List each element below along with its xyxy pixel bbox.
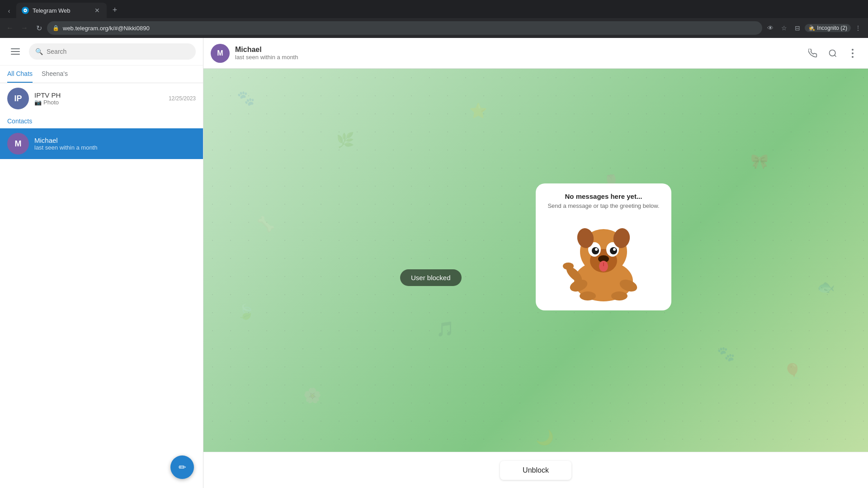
incognito-icon: 🕵 (808, 25, 815, 31)
tab-close-button[interactable]: ✕ (93, 6, 101, 14)
chat-preview-iptv-ph: 📷 Photo (34, 99, 163, 106)
hamburger-menu-button[interactable] (7, 43, 24, 60)
svg-point-18 (595, 248, 598, 251)
svg-point-5 (852, 52, 854, 54)
unblock-bar: Unblock (203, 452, 868, 488)
bookmark-icon[interactable]: ☆ (778, 22, 790, 34)
chat-item-iptv-ph[interactable]: IP IPTV PH 📷 Photo 12/25/2023 (0, 83, 203, 114)
chat-scene: User blocked No messages here yet... Sen… (203, 69, 868, 488)
chat-background: 🐾 🌿 ⭐ 🎀 🦴 🐟 🌸 🐾 🎵 🌙 ⚡ 🎈 🌷 🍃 (203, 69, 868, 488)
search-box[interactable]: 🔍 (29, 43, 196, 60)
chat-main: M Michael last seen within a month (203, 38, 868, 488)
forward-button[interactable]: → (18, 22, 31, 34)
svg-rect-2 (11, 54, 20, 55)
nav-right-buttons: 👁 ☆ ⊟ 🕵 Incognito (2) ⋮ (764, 22, 864, 34)
sidebar-header: 🔍 (0, 38, 203, 66)
active-tab[interactable]: Telegram Web ✕ (16, 3, 107, 18)
avatar-iptv-ph: IP (7, 88, 29, 109)
browser-menu-icon[interactable]: ⋮ (852, 22, 864, 34)
tab-sheenas[interactable]: Sheena's (42, 66, 68, 83)
no-messages-subtitle: Send a message or tap the greeting below… (545, 202, 662, 210)
user-blocked-badge: User blocked (400, 269, 462, 286)
no-messages-container: No messages here yet... Send a message o… (536, 183, 671, 310)
no-messages-title: No messages here yet... (545, 192, 662, 200)
contacts-section-label: Contacts (0, 114, 203, 128)
no-messages-text-area: No messages here yet... Send a message o… (545, 192, 662, 210)
unblock-button[interactable]: Unblock (500, 461, 571, 480)
tab-favicon (22, 7, 29, 14)
svg-rect-1 (11, 51, 20, 52)
search-input[interactable] (47, 48, 189, 55)
chat-header-name: Michael (235, 46, 799, 54)
tab-bar: ‹ Telegram Web ✕ + (0, 0, 868, 18)
pug-sticker (545, 216, 662, 301)
chat-header-actions (805, 45, 861, 61)
svg-rect-0 (11, 48, 20, 49)
browser-chrome: ‹ Telegram Web ✕ + ← → ↻ 🔒 web.telegram.… (0, 0, 868, 38)
svg-point-16 (592, 247, 599, 254)
tab-all-chats[interactable]: All Chats (7, 66, 33, 83)
tab-nav-left[interactable]: ‹ (4, 5, 14, 16)
address-bar[interactable]: 🔒 web.telegram.org/k/#@Nikki0890 (47, 21, 762, 35)
chat-header: M Michael last seen within a month (203, 38, 868, 69)
split-screen-icon[interactable]: ⊟ (791, 22, 804, 34)
chat-header-status: last seen within a month (235, 54, 799, 61)
app: 🔍 All Chats Sheena's IP IPTV PH 📷 Photo … (0, 38, 868, 488)
chat-header-info: Michael last seen within a month (235, 46, 799, 61)
svg-point-3 (830, 50, 835, 56)
tab-title: Telegram Web (33, 7, 90, 14)
chat-name-iptv-ph: IPTV PH (34, 91, 163, 99)
chat-item-michael[interactable]: M Michael last seen within a month (0, 128, 203, 159)
chat-info-michael: Michael last seen within a month (34, 136, 196, 151)
scene-wrapper: User blocked No messages here yet... Sen… (400, 183, 671, 373)
chat-list: IP IPTV PH 📷 Photo 12/25/2023 Contacts M… (0, 83, 203, 474)
chat-name-michael: Michael (34, 136, 196, 144)
pug-svg (563, 216, 644, 301)
hide-extension-icon[interactable]: 👁 (764, 22, 777, 34)
search-icon: 🔍 (35, 48, 43, 55)
incognito-badge[interactable]: 🕵 Incognito (2) (805, 24, 851, 32)
photo-icon: 📷 (34, 99, 42, 106)
incognito-label: Incognito (2) (817, 25, 847, 31)
compose-icon: ✏ (179, 462, 186, 473)
nav-bar: ← → ↻ 🔒 web.telegram.org/k/#@Nikki0890 👁… (0, 18, 868, 38)
back-button[interactable]: ← (4, 22, 16, 34)
new-tab-button[interactable]: + (108, 4, 121, 16)
sidebar: 🔍 All Chats Sheena's IP IPTV PH 📷 Photo … (0, 38, 203, 488)
chat-status-michael: last seen within a month (34, 144, 196, 151)
user-blocked-text: User blocked (400, 269, 462, 286)
svg-point-4 (852, 49, 854, 51)
svg-point-19 (613, 248, 616, 251)
security-lock-icon: 🔒 (52, 25, 59, 31)
sidebar-bottom: ✏ (0, 474, 203, 488)
svg-point-10 (580, 291, 596, 300)
address-text: web.telegram.org/k/#@Nikki0890 (63, 25, 757, 32)
search-button[interactable] (825, 45, 841, 61)
call-button[interactable] (805, 45, 821, 61)
reload-button[interactable]: ↻ (33, 22, 45, 34)
svg-point-26 (563, 263, 574, 270)
avatar-michael: M (7, 133, 29, 155)
svg-point-6 (852, 56, 854, 58)
chat-date-iptv-ph: 12/25/2023 (169, 95, 196, 102)
compose-button[interactable]: ✏ (170, 455, 194, 479)
svg-point-11 (611, 291, 627, 300)
svg-point-17 (610, 247, 617, 254)
chat-header-avatar: M (211, 44, 230, 63)
chat-tabs: All Chats Sheena's (0, 66, 203, 83)
chat-info-iptv-ph: IPTV PH 📷 Photo (34, 91, 163, 106)
more-options-button[interactable] (844, 45, 861, 61)
